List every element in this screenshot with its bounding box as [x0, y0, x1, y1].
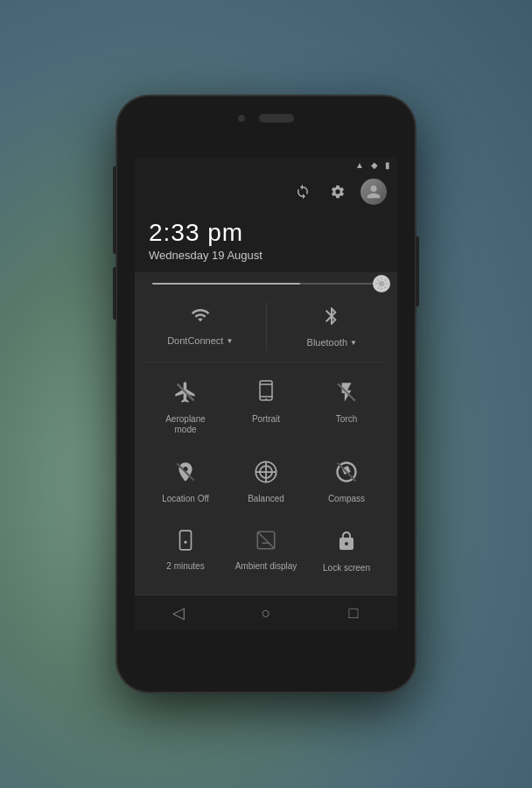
brightness-thumb[interactable]: [373, 275, 390, 292]
bottom-navigation: ◁ ○ □: [135, 595, 397, 630]
wifi-label-row: DontConnect ▼: [167, 335, 233, 346]
ambient-label: Ambient display: [235, 561, 298, 572]
balanced-icon: [254, 460, 278, 489]
bluetooth-tile[interactable]: Bluetooth ▼: [267, 302, 398, 351]
date-display: Wednesday 19 August: [149, 249, 383, 262]
bluetooth-icon: [321, 306, 342, 332]
phone-device: ▲ ◆ ▮: [117, 96, 415, 692]
timer-label: 2 minutes: [166, 561, 204, 572]
balanced-label: Balanced: [248, 494, 284, 504]
lock-label: Lock screen: [323, 563, 370, 573]
header-icons-row: [135, 172, 397, 212]
balanced-tile[interactable]: Balanced: [231, 453, 301, 511]
brightness-slider-row[interactable]: [135, 272, 397, 295]
back-icon: ◁: [172, 603, 185, 623]
location-off-icon: [174, 460, 197, 489]
avatar[interactable]: [360, 179, 387, 205]
portrait-icon: [256, 380, 276, 410]
svg-point-13: [184, 541, 186, 544]
wifi-status-icon: ▲: [355, 160, 364, 170]
recents-button[interactable]: □: [332, 595, 375, 630]
compass-tile[interactable]: Compass: [312, 453, 382, 511]
bluetooth-dropdown-arrow: ▼: [350, 339, 357, 347]
aeroplane-label: Aeroplane mode: [154, 414, 217, 435]
portrait-tile[interactable]: Portrait: [231, 373, 301, 442]
home-button[interactable]: ○: [244, 595, 288, 630]
wifi-icon: [188, 306, 213, 330]
ambient-tile[interactable]: Ambient display: [231, 522, 301, 580]
tiles-row-3: 2 minutes Ambient display: [135, 518, 397, 584]
settings-button[interactable]: [326, 179, 350, 204]
wifi-label: DontConnect: [167, 335, 223, 346]
lock-tile[interactable]: Lock screen: [312, 522, 382, 580]
wifi-tile[interactable]: DontConnect ▼: [135, 302, 267, 351]
bluetooth-label: Bluetooth: [307, 337, 347, 348]
refresh-button[interactable]: [290, 179, 315, 204]
signal-status-icon: ◆: [371, 160, 378, 170]
location-off-tile[interactable]: Location Off: [150, 453, 220, 511]
battery-status-icon: ▮: [385, 160, 390, 170]
bluetooth-label-row: Bluetooth ▼: [307, 337, 357, 348]
compass-label: Compass: [328, 494, 365, 504]
connectivity-row: DontConnect ▼ Bluetooth ▼: [135, 295, 397, 362]
phone-top-area: [238, 114, 294, 123]
brightness-fill: [152, 283, 300, 285]
svg-line-15: [257, 531, 275, 549]
svg-point-4: [265, 398, 267, 400]
status-bar: ▲ ◆ ▮: [135, 158, 397, 172]
speaker-grille: [259, 114, 294, 123]
portrait-label: Portrait: [252, 414, 280, 425]
tiles-row-1: Aeroplane mode Portrait: [135, 369, 397, 446]
ambient-icon: [255, 529, 277, 557]
recents-icon: □: [349, 604, 359, 623]
aeroplane-icon: [173, 380, 198, 410]
camera-dot: [238, 115, 245, 122]
compass-icon: [334, 460, 359, 489]
svg-rect-12: [180, 531, 192, 550]
torch-icon: [335, 380, 358, 410]
back-button[interactable]: ◁: [157, 595, 200, 630]
phone-screen: ▲ ◆ ▮: [135, 158, 397, 630]
timer-icon: [174, 529, 197, 557]
torch-tile[interactable]: Torch: [312, 373, 382, 442]
time-display: 2:33 pm: [149, 219, 383, 247]
home-icon: ○: [262, 604, 271, 623]
time-section: 2:33 pm Wednesday 19 August: [135, 212, 397, 272]
timer-tile[interactable]: 2 minutes: [150, 522, 220, 580]
wifi-dropdown-arrow: ▼: [226, 337, 233, 345]
torch-label: Torch: [336, 414, 357, 425]
quick-tiles-section: Aeroplane mode Portrait: [135, 362, 397, 595]
location-off-label: Location Off: [162, 494, 209, 504]
brightness-track[interactable]: [152, 283, 380, 285]
notification-panel: ▲ ◆ ▮: [135, 158, 397, 630]
tiles-row-2: Location Off Balanced: [135, 449, 397, 515]
aeroplane-tile[interactable]: Aeroplane mode: [150, 373, 220, 442]
lock-icon: [336, 529, 357, 559]
